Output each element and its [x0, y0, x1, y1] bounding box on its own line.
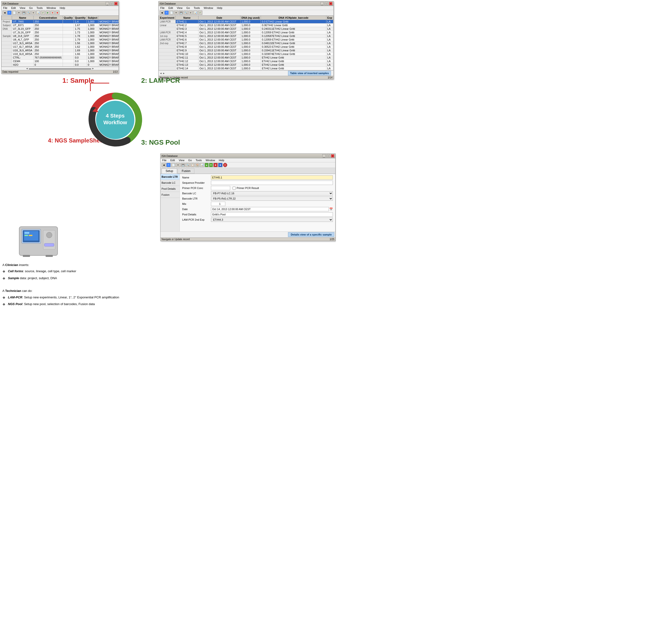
- toolbar-green2-3[interactable]: ▼: [209, 163, 213, 167]
- table-cell: 1,000.0: [240, 38, 261, 42]
- menu-help-2[interactable]: Help: [216, 6, 223, 9]
- menu-edit[interactable]: Edit: [10, 6, 17, 9]
- primer-result-checkbox[interactable]: [233, 186, 236, 190]
- close-button-3[interactable]: ✕: [331, 154, 334, 157]
- menu-file-3[interactable]: File: [162, 158, 167, 162]
- menu-view-2[interactable]: View: [176, 6, 183, 9]
- toolbar-filter-2[interactable]: ≡: [188, 10, 193, 15]
- menu-tools[interactable]: Tools: [36, 6, 44, 9]
- col-header-dna[interactable]: DNA (ng used): [240, 16, 261, 20]
- menu-window[interactable]: Window: [46, 6, 57, 9]
- col-header-exp[interactable]: Exp: [326, 16, 333, 20]
- sidebar-item-barcode-ltr[interactable]: Barcode LTR: [161, 174, 179, 180]
- toolbar-red2[interactable]: ■: [55, 10, 59, 15]
- toolbar-green1-3[interactable]: ▲: [205, 163, 209, 167]
- date-picker-icon[interactable]: 📅: [329, 207, 333, 211]
- name-input[interactable]: [211, 175, 333, 180]
- minimize-button[interactable]: _: [105, 2, 109, 5]
- menu-window-3[interactable]: Window: [205, 158, 216, 162]
- toolbar-chart-2[interactable]: 📊: [193, 10, 197, 15]
- maximize-button-2[interactable]: □: [325, 2, 328, 5]
- barcode-lc-select[interactable]: FB-P7-Rd2-LC.16: [211, 191, 333, 196]
- lam-pcr-select[interactable]: ET#44.3: [211, 218, 333, 222]
- toolbar-delete[interactable]: ✕: [17, 10, 21, 15]
- mix-input[interactable]: [211, 202, 225, 206]
- toolbar-chart[interactable]: 📊: [36, 10, 40, 15]
- table-cell: Oct 1, 2013 12:00:00 AM CEST: [198, 56, 240, 59]
- toolbar-check-2[interactable]: ✓: [198, 10, 202, 15]
- toolbar-copy-3[interactable]: 📋: [190, 163, 195, 167]
- toolbar-arrow1[interactable]: ►: [46, 10, 50, 15]
- menu-view[interactable]: View: [19, 6, 26, 9]
- col-header-quality[interactable]: Quality: [63, 16, 74, 20]
- maximize-button-3[interactable]: □: [327, 154, 330, 157]
- toolbar-new-2[interactable]: 📄: [169, 10, 173, 15]
- toolbar-delete-2[interactable]: ✕: [174, 10, 178, 15]
- window-sample-table[interactable]: ISA Database _ □ ✕ File Edit View Go Too…: [1, 1, 119, 74]
- date-input[interactable]: [211, 207, 329, 211]
- menu-help-3[interactable]: Help: [218, 158, 225, 162]
- tab-setup[interactable]: Setup: [162, 168, 177, 174]
- toolbar-back-2[interactable]: ◀: [160, 10, 164, 15]
- toolbar-delete-3[interactable]: ✕: [176, 163, 180, 167]
- window-lampcr-table[interactable]: ISA Database _ □ ✕ File Edit View Go Too…: [159, 1, 334, 79]
- toolbar-home-3[interactable]: 🏠: [195, 163, 199, 167]
- menu-window-2[interactable]: Window: [203, 6, 214, 9]
- toolbar-info-2[interactable]: ?: [164, 10, 169, 15]
- toolbar-save-3[interactable]: 💾: [181, 163, 185, 167]
- col-header-project[interactable]: Proje: [98, 16, 119, 20]
- tab-fusion[interactable]: Fusion: [177, 168, 194, 174]
- menu-go-2[interactable]: Go: [186, 6, 191, 9]
- sidebar-item-fusion[interactable]: Fusion: [161, 192, 179, 198]
- menu-tools-3[interactable]: Tools: [195, 158, 202, 162]
- menu-go[interactable]: Go: [28, 6, 33, 9]
- col-header-barcode[interactable]: DNA VCNplate_barcode: [261, 16, 326, 20]
- toolbar-search[interactable]: 🔍: [26, 10, 31, 15]
- window-ngs-pool[interactable]: ISA Database _ □ ✕ File Edit View Go Too…: [160, 153, 336, 241]
- close-button-2[interactable]: ✕: [329, 2, 332, 5]
- menu-go-3[interactable]: Go: [188, 158, 192, 162]
- toolbar-blue3[interactable]: ■: [218, 163, 222, 167]
- menu-help[interactable]: Help: [59, 6, 66, 9]
- barcode-ltr-select[interactable]: FB-P5-Rd1-LTR.22: [211, 196, 333, 201]
- toolbar-info-3[interactable]: ?: [166, 163, 171, 167]
- toolbar-chart-3[interactable]: 📊: [200, 163, 204, 167]
- toolbar-sample: ◀ ? 📄 ✕ 💾 🔍 ≡ 📊 ✓ ► ● ■: [1, 10, 119, 16]
- toolbar-filter[interactable]: ≡: [31, 10, 35, 15]
- toolbar-red1[interactable]: ●: [50, 10, 55, 15]
- minimize-button-3[interactable]: _: [322, 154, 326, 157]
- menu-edit-3[interactable]: Edit: [170, 158, 176, 162]
- primer-conc-input[interactable]: [211, 186, 230, 190]
- menu-view-3[interactable]: View: [178, 158, 185, 162]
- col-header-quantity[interactable]: Quantity: [74, 16, 87, 20]
- menu-edit-2[interactable]: Edit: [168, 6, 174, 9]
- close-button[interactable]: ✕: [114, 2, 118, 5]
- menu-tools-2[interactable]: Tools: [193, 6, 201, 9]
- toolbar-close-3[interactable]: ✕: [223, 163, 227, 167]
- toolbar-new[interactable]: 📄: [12, 10, 16, 15]
- sidebar-item-pool-details[interactable]: Pool Details: [161, 186, 179, 192]
- toolbar-search-2[interactable]: 🔍: [184, 10, 188, 15]
- toolbar-save-2[interactable]: 💾: [179, 10, 183, 15]
- maximize-button[interactable]: □: [110, 2, 113, 5]
- seq-provider-input[interactable]: [211, 181, 333, 185]
- lampcr-table: Experiment Name Date DNA (ng used) DNA V…: [159, 16, 333, 70]
- toolbar-back[interactable]: ◀: [2, 10, 7, 15]
- col-header-date[interactable]: Date: [198, 16, 240, 20]
- col-header-subject[interactable]: Subject: [87, 16, 98, 20]
- toolbar-red3[interactable]: ■: [213, 163, 218, 167]
- toolbar-new-3[interactable]: 📄: [171, 163, 175, 167]
- toolbar-save[interactable]: 💾: [22, 10, 26, 15]
- toolbar-info[interactable]: ?: [7, 10, 11, 15]
- col-header-concentration[interactable]: Concentration: [33, 16, 63, 20]
- menu-file[interactable]: File: [2, 6, 8, 9]
- col-header-name[interactable]: Name: [12, 16, 33, 20]
- col-header-exp-name[interactable]: Name: [176, 16, 198, 20]
- toolbar-search-3[interactable]: 🔍: [186, 163, 190, 167]
- pool-details-input[interactable]: [211, 212, 333, 217]
- toolbar-back-3[interactable]: ◀: [162, 163, 166, 167]
- toolbar-check[interactable]: ✓: [41, 10, 45, 15]
- minimize-button-2[interactable]: _: [320, 2, 324, 5]
- menu-file-2[interactable]: File: [160, 6, 165, 9]
- sidebar-item-barcode-lc[interactable]: Barcode LC: [161, 180, 179, 186]
